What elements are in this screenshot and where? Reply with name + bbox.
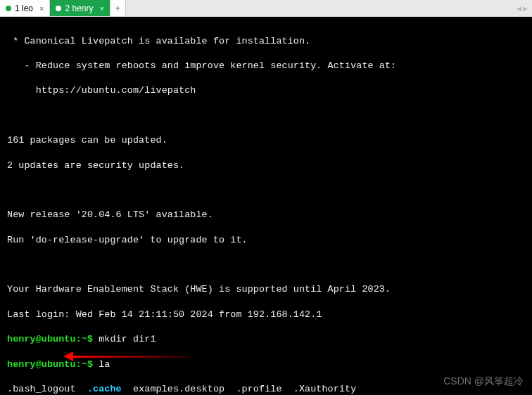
tab-label: 2 henry xyxy=(65,4,93,13)
cmd-line: henry@ubuntu:~$ la xyxy=(7,358,525,371)
motd-line: - Reduce system reboots and improve kern… xyxy=(7,60,525,72)
chevron-right-icon[interactable]: ▶ xyxy=(523,5,528,12)
login-line: Last login: Wed Feb 14 21:11:50 2024 fro… xyxy=(7,309,525,321)
blank-line xyxy=(7,110,525,122)
updates-line: 2 updates are security updates. xyxy=(7,160,525,172)
status-dot-icon xyxy=(56,6,61,11)
updates-line: 161 packages can be updated. xyxy=(7,134,525,147)
tab-scroll: ◀ ▶ xyxy=(126,0,532,16)
blank-line xyxy=(7,184,525,197)
cmd-line: henry@ubuntu:~$ mkdir dir1 xyxy=(7,333,525,346)
close-icon[interactable]: × xyxy=(39,4,44,13)
tab-leo[interactable]: 1 leo × xyxy=(0,0,50,16)
prompt: henry@ubuntu:~$ xyxy=(7,359,93,370)
ls-line: .bash_logout .cache examples.desktop .pr… xyxy=(7,383,525,395)
status-dot-icon xyxy=(6,6,11,11)
blank-line xyxy=(7,259,525,271)
tab-label: 1 leo xyxy=(15,4,33,13)
close-icon[interactable]: × xyxy=(100,4,104,13)
prompt: henry@ubuntu:~$ xyxy=(7,334,93,344)
tab-bar: 1 leo × 2 henry × + ◀ ▶ xyxy=(0,0,532,17)
tab-henry[interactable]: 2 henry × xyxy=(50,0,110,16)
motd-line: * Canonical Livepatch is available for i… xyxy=(7,35,525,48)
release-line: New release '20.04.6 LTS' available. xyxy=(7,209,525,221)
motd-line: https://ubuntu.com/livepatch xyxy=(7,84,525,97)
release-line: Run 'do-release-upgrade' to upgrade to i… xyxy=(7,234,525,247)
chevron-left-icon[interactable]: ◀ xyxy=(517,5,521,12)
new-tab-button[interactable]: + xyxy=(110,0,126,16)
hwe-line: Your Hardware Enablement Stack (HWE) is … xyxy=(7,283,525,296)
terminal-output[interactable]: * Canonical Livepatch is available for i… xyxy=(0,17,532,395)
